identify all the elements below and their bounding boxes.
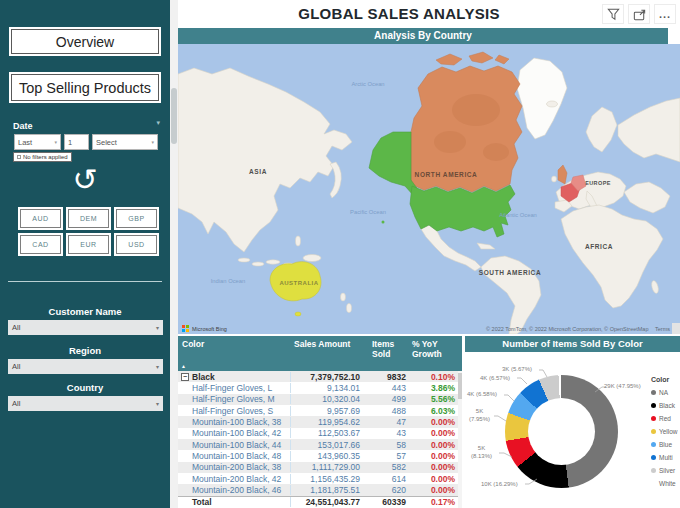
legend-item-white[interactable]: White xyxy=(651,477,679,490)
iceland-region[interactable] xyxy=(547,101,558,107)
column-header-yoy-growth[interactable]: % YoY Growth xyxy=(410,336,462,371)
bing-logo-text: Microsoft Bing xyxy=(192,326,227,332)
philippines-region[interactable] xyxy=(296,236,301,246)
country-dropdown[interactable]: All ▾ xyxy=(8,396,163,411)
column-header-color[interactable]: Color ▲ xyxy=(178,336,290,371)
page-title: GLOBAL SALES ANALYSIS xyxy=(178,5,620,22)
currency-button-group: AUD DEM GBP CAD EUR USD xyxy=(18,207,159,256)
overview-button-label: Overview xyxy=(56,34,114,50)
focus-mode-icon[interactable] xyxy=(628,4,650,24)
map-scroll-corner xyxy=(672,323,680,334)
sidebar-scrollbar[interactable] xyxy=(170,0,178,508)
more-options-icon[interactable]: ... xyxy=(654,4,676,24)
table-row[interactable]: Mountain-100 Black, 42 112,503.67 43 0.0… xyxy=(178,428,462,439)
date-operator-select[interactable]: Last ▾ xyxy=(14,134,61,150)
date-period-select[interactable]: Select ▾ xyxy=(92,134,158,150)
date-number-input[interactable]: 1 xyxy=(64,134,89,150)
legend-item-blue[interactable]: Blue xyxy=(651,438,679,451)
slice-label-multi: 4K (6.57%) xyxy=(480,375,510,381)
region-dropdown[interactable]: All ▾ xyxy=(8,359,163,374)
country-value: All xyxy=(12,399,20,408)
currency-button-aud[interactable]: AUD xyxy=(18,207,63,230)
table-body: −Black 7,379,752.10 9832 0.10% Half-Fing… xyxy=(178,371,462,508)
ocean-label: Indian Ocean xyxy=(211,278,245,284)
donut-hole xyxy=(528,398,595,465)
overview-button[interactable]: Overview xyxy=(9,27,161,56)
currency-button-cad[interactable]: CAD xyxy=(18,233,63,256)
table-row[interactable]: Mountain-200 Black, 38 1,111,729.00 582 … xyxy=(178,462,462,473)
legend-item-silver[interactable]: Silver xyxy=(651,464,679,477)
legend-item-red[interactable]: Red xyxy=(651,412,679,425)
items-by-color-chart: Number of Items Sold By Color 29K (47.95… xyxy=(465,336,680,508)
customer-name-dropdown[interactable]: All ▾ xyxy=(8,320,163,335)
sort-ascending-icon: ▲ xyxy=(181,363,186,369)
legend-swatch xyxy=(651,481,656,486)
chevron-down-icon: ▾ xyxy=(156,324,159,331)
world-map[interactable]: ASIA NORTH AMERICA SOUTH AMERICA AFRICA … xyxy=(178,44,680,334)
collapse-icon[interactable]: − xyxy=(181,373,189,381)
top-selling-products-button[interactable]: Top Selling Products xyxy=(9,72,161,103)
customer-name-label: Customer Name xyxy=(0,306,170,317)
currency-button-eur[interactable]: EUR xyxy=(66,233,111,256)
slice-label-silver: 3K (5.67%) xyxy=(502,366,532,372)
chevron-down-icon: ▾ xyxy=(156,400,159,407)
legend-item-yellow[interactable]: Yellow xyxy=(651,425,679,438)
slice-label-yellow: 5K (7.95%) xyxy=(466,408,493,423)
filter-sidebar: Overview Top Selling Products Date ▾ Las… xyxy=(0,0,170,508)
slice-label-red: 5K (8.13%) xyxy=(468,445,495,460)
date-operator-value: Last xyxy=(18,138,32,147)
column-header-items-sold[interactable]: Items Sold xyxy=(368,336,410,371)
date-filter-label: Date xyxy=(13,121,33,131)
table-row[interactable]: Half-Finger Gloves, S 9,957.69 488 6.03% xyxy=(178,405,462,416)
microsoft-flag-icon xyxy=(182,325,189,332)
table-scrollbar[interactable] xyxy=(458,371,462,508)
scrollbar-thumb[interactable] xyxy=(171,88,177,144)
legend-swatch xyxy=(651,403,656,408)
column-header-sales-amount[interactable]: Sales Amount xyxy=(290,336,368,371)
table-row[interactable]: Mountain-200 Black, 42 1,156,435.29 614 … xyxy=(178,473,462,484)
chevron-down-icon[interactable]: ▾ xyxy=(156,119,160,127)
region-label: Region xyxy=(0,345,170,356)
ocean-label: Pacific Ocean xyxy=(350,209,386,215)
country-label: Country xyxy=(0,382,170,393)
legend-item-black[interactable]: Black xyxy=(651,399,679,412)
report-header: GLOBAL SALES ANALYSIS ... xyxy=(178,0,680,28)
report-canvas: GLOBAL SALES ANALYSIS ... Analysis By Co… xyxy=(178,0,680,508)
table-row[interactable]: Mountain-100 Black, 44 153,017.66 58 0.0… xyxy=(178,439,462,450)
table-row-black[interactable]: −Black 7,379,752.10 9832 0.10% xyxy=(178,371,462,382)
ocean-label: Atlantic Ocean xyxy=(499,212,537,218)
bing-logo: Microsoft Bing xyxy=(182,325,227,332)
chevron-down-icon: ▾ xyxy=(54,139,57,145)
scrollbar-thumb[interactable] xyxy=(458,373,462,399)
new-guinea-region[interactable] xyxy=(303,255,321,262)
tasmania-region[interactable] xyxy=(295,312,301,316)
legend-item-na[interactable]: NA xyxy=(651,386,679,399)
donut-chart-title: Number of Items Sold By Color xyxy=(465,336,680,352)
continent-label: SOUTH AMERICA xyxy=(479,269,541,276)
continent-label: ASIA xyxy=(249,168,267,175)
table-row[interactable]: Mountain-100 Black, 48 143,960.35 57 0.0… xyxy=(178,450,462,461)
table-header: Color ▲ Sales Amount Items Sold % YoY Gr… xyxy=(178,336,462,371)
table-row[interactable]: Half-Finger Gloves, M 10,320.04 499 5.56… xyxy=(178,394,462,405)
hawaii-region[interactable] xyxy=(382,221,385,224)
map-canvas[interactable]: ASIA NORTH AMERICA SOUTH AMERICA AFRICA … xyxy=(178,44,680,334)
ocean-label: Arctic Ocean xyxy=(351,81,384,87)
donut-chart-body: 29K (47.95%) 10K (16.29%) 5K (8.13%) 5K … xyxy=(465,352,680,508)
customer-name-value: All xyxy=(12,323,20,332)
map-attribution: © 2022 TomTom, © 2022 Microsoft Corporat… xyxy=(481,326,670,332)
table-row[interactable]: Half-Finger Gloves, L 9,134.01 443 3.86% xyxy=(178,382,462,393)
table-row[interactable]: Mountain-100 Black, 38 119,954.62 47 0.0… xyxy=(178,416,462,427)
currency-button-usd[interactable]: USD xyxy=(114,233,159,256)
new-zealand-region[interactable] xyxy=(341,293,346,301)
table-row[interactable]: Mountain-200 Black, 46 1,181,875.51 620 … xyxy=(178,484,462,495)
currency-button-gbp[interactable]: GBP xyxy=(114,207,159,230)
currency-button-dem[interactable]: DEM xyxy=(66,207,111,230)
reset-filters-icon[interactable]: ↺ xyxy=(0,160,170,200)
legend-item-multi[interactable]: Multi xyxy=(651,451,679,464)
sidebar-divider xyxy=(8,281,162,282)
table-total-row[interactable]: Total 24,551,043.77 60339 0.17% xyxy=(178,496,462,508)
terms-link[interactable]: Terms xyxy=(655,326,670,332)
chevron-down-icon: ▾ xyxy=(156,363,159,370)
filter-icon[interactable] xyxy=(602,4,624,24)
date-period-value: Select xyxy=(96,138,117,147)
